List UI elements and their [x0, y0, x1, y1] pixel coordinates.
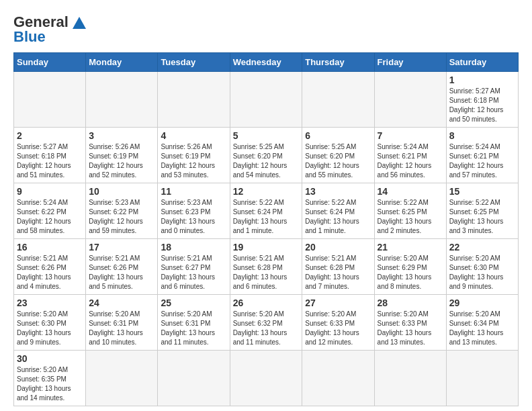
day-info: Sunrise: 5:23 AM Sunset: 6:23 PM Dayligh… — [161, 198, 226, 236]
day-number: 8 — [449, 130, 515, 141]
calendar-cell: 20Sunrise: 5:21 AM Sunset: 6:28 PM Dayli… — [302, 239, 374, 295]
calendar-cell — [86, 351, 158, 406]
header: General Blue — [13, 13, 519, 46]
day-number: 4 — [161, 130, 226, 141]
day-info: Sunrise: 5:20 AM Sunset: 6:32 PM Dayligh… — [233, 310, 300, 347]
calendar-cell: 30Sunrise: 5:20 AM Sunset: 6:35 PM Dayli… — [14, 351, 86, 406]
day-number: 26 — [233, 298, 300, 308]
day-number: 19 — [233, 242, 300, 253]
weekday-header-row: SundayMondayTuesdayWednesdayThursdayFrid… — [14, 53, 519, 72]
calendar-cell — [230, 72, 302, 128]
calendar-cell: 17Sunrise: 5:21 AM Sunset: 6:26 PM Dayli… — [86, 239, 158, 295]
day-number: 18 — [161, 242, 226, 253]
day-number: 17 — [89, 242, 154, 253]
day-info: Sunrise: 5:21 AM Sunset: 6:28 PM Dayligh… — [233, 254, 300, 291]
week-row-3: 9Sunrise: 5:24 AM Sunset: 6:22 PM Daylig… — [14, 183, 519, 239]
calendar-cell: 21Sunrise: 5:20 AM Sunset: 6:29 PM Dayli… — [374, 239, 446, 295]
day-number: 22 — [449, 242, 515, 253]
day-info: Sunrise: 5:21 AM Sunset: 6:27 PM Dayligh… — [161, 254, 226, 291]
calendar-cell: 24Sunrise: 5:20 AM Sunset: 6:31 PM Dayli… — [86, 295, 158, 351]
calendar-cell — [158, 351, 230, 406]
calendar-cell: 12Sunrise: 5:22 AM Sunset: 6:24 PM Dayli… — [230, 183, 302, 239]
calendar-cell — [446, 351, 518, 406]
calendar-cell: 6Sunrise: 5:25 AM Sunset: 6:20 PM Daylig… — [302, 128, 374, 183]
day-number: 11 — [161, 186, 226, 197]
day-number: 7 — [378, 130, 443, 141]
weekday-header-friday: Friday — [374, 53, 446, 72]
day-number: 28 — [378, 298, 443, 308]
weekday-header-monday: Monday — [86, 53, 158, 72]
day-number: 16 — [17, 242, 83, 253]
day-number: 30 — [17, 353, 83, 364]
day-info: Sunrise: 5:22 AM Sunset: 6:25 PM Dayligh… — [378, 198, 443, 236]
calendar-cell — [302, 72, 374, 128]
day-info: Sunrise: 5:24 AM Sunset: 6:21 PM Dayligh… — [449, 142, 515, 180]
day-info: Sunrise: 5:26 AM Sunset: 6:19 PM Dayligh… — [89, 142, 154, 180]
day-number: 14 — [378, 186, 443, 197]
calendar-cell: 16Sunrise: 5:21 AM Sunset: 6:26 PM Dayli… — [14, 239, 86, 295]
calendar-cell: 29Sunrise: 5:20 AM Sunset: 6:34 PM Dayli… — [446, 295, 518, 351]
calendar-cell: 10Sunrise: 5:23 AM Sunset: 6:22 PM Dayli… — [86, 183, 158, 239]
day-number: 10 — [89, 186, 154, 197]
day-info: Sunrise: 5:20 AM Sunset: 6:33 PM Dayligh… — [378, 310, 443, 347]
calendar-cell: 19Sunrise: 5:21 AM Sunset: 6:28 PM Dayli… — [230, 239, 302, 295]
logo-blue: Blue — [13, 28, 46, 46]
day-info: Sunrise: 5:20 AM Sunset: 6:31 PM Dayligh… — [161, 310, 226, 347]
day-info: Sunrise: 5:20 AM Sunset: 6:30 PM Dayligh… — [17, 310, 83, 347]
logo-triangle-icon — [71, 13, 88, 31]
day-number: 27 — [305, 298, 371, 308]
calendar-cell — [302, 351, 374, 406]
calendar-cell — [374, 351, 446, 406]
day-number: 2 — [17, 130, 83, 141]
calendar-cell: 18Sunrise: 5:21 AM Sunset: 6:27 PM Dayli… — [158, 239, 230, 295]
day-info: Sunrise: 5:27 AM Sunset: 6:18 PM Dayligh… — [449, 87, 515, 124]
day-number: 1 — [449, 75, 515, 85]
calendar-cell: 23Sunrise: 5:20 AM Sunset: 6:30 PM Dayli… — [14, 295, 86, 351]
calendar-cell: 3Sunrise: 5:26 AM Sunset: 6:19 PM Daylig… — [86, 128, 158, 183]
week-row-1: 1Sunrise: 5:27 AM Sunset: 6:18 PM Daylig… — [14, 72, 519, 128]
calendar-cell — [374, 72, 446, 128]
weekday-header-sunday: Sunday — [14, 53, 86, 72]
day-info: Sunrise: 5:23 AM Sunset: 6:22 PM Dayligh… — [89, 198, 154, 236]
day-info: Sunrise: 5:22 AM Sunset: 6:24 PM Dayligh… — [305, 198, 371, 236]
calendar-cell: 2Sunrise: 5:27 AM Sunset: 6:18 PM Daylig… — [14, 128, 86, 183]
weekday-header-saturday: Saturday — [446, 53, 518, 72]
calendar-cell: 8Sunrise: 5:24 AM Sunset: 6:21 PM Daylig… — [446, 128, 518, 183]
day-info: Sunrise: 5:25 AM Sunset: 6:20 PM Dayligh… — [233, 142, 300, 180]
weekday-header-thursday: Thursday — [302, 53, 374, 72]
day-number: 6 — [305, 130, 371, 141]
day-number: 20 — [305, 242, 371, 253]
day-info: Sunrise: 5:24 AM Sunset: 6:21 PM Dayligh… — [378, 142, 443, 180]
day-info: Sunrise: 5:22 AM Sunset: 6:25 PM Dayligh… — [449, 198, 515, 236]
day-info: Sunrise: 5:20 AM Sunset: 6:31 PM Dayligh… — [89, 310, 154, 347]
week-row-2: 2Sunrise: 5:27 AM Sunset: 6:18 PM Daylig… — [14, 128, 519, 183]
calendar-cell: 22Sunrise: 5:20 AM Sunset: 6:30 PM Dayli… — [446, 239, 518, 295]
week-row-4: 16Sunrise: 5:21 AM Sunset: 6:26 PM Dayli… — [14, 239, 519, 295]
weekday-header-tuesday: Tuesday — [158, 53, 230, 72]
calendar-cell: 4Sunrise: 5:26 AM Sunset: 6:19 PM Daylig… — [158, 128, 230, 183]
weekday-header-wednesday: Wednesday — [230, 53, 302, 72]
calendar-cell: 14Sunrise: 5:22 AM Sunset: 6:25 PM Dayli… — [374, 183, 446, 239]
day-info: Sunrise: 5:20 AM Sunset: 6:30 PM Dayligh… — [449, 254, 515, 291]
day-info: Sunrise: 5:22 AM Sunset: 6:24 PM Dayligh… — [233, 198, 300, 236]
calendar-cell — [230, 351, 302, 406]
day-info: Sunrise: 5:27 AM Sunset: 6:18 PM Dayligh… — [17, 142, 83, 180]
day-number: 15 — [449, 186, 515, 197]
calendar-cell — [86, 72, 158, 128]
calendar-cell: 26Sunrise: 5:20 AM Sunset: 6:32 PM Dayli… — [230, 295, 302, 351]
day-number: 12 — [233, 186, 300, 197]
day-info: Sunrise: 5:20 AM Sunset: 6:29 PM Dayligh… — [378, 254, 443, 291]
day-info: Sunrise: 5:25 AM Sunset: 6:20 PM Dayligh… — [305, 142, 371, 180]
day-number: 25 — [161, 298, 226, 308]
calendar-cell: 5Sunrise: 5:25 AM Sunset: 6:20 PM Daylig… — [230, 128, 302, 183]
day-info: Sunrise: 5:20 AM Sunset: 6:34 PM Dayligh… — [449, 310, 515, 347]
calendar-cell: 11Sunrise: 5:23 AM Sunset: 6:23 PM Dayli… — [158, 183, 230, 239]
week-row-6: 30Sunrise: 5:20 AM Sunset: 6:35 PM Dayli… — [14, 351, 519, 406]
calendar-cell: 13Sunrise: 5:22 AM Sunset: 6:24 PM Dayli… — [302, 183, 374, 239]
day-info: Sunrise: 5:20 AM Sunset: 6:35 PM Dayligh… — [17, 365, 83, 403]
day-info: Sunrise: 5:26 AM Sunset: 6:19 PM Dayligh… — [161, 142, 226, 180]
day-info: Sunrise: 5:21 AM Sunset: 6:28 PM Dayligh… — [305, 254, 371, 291]
day-number: 29 — [449, 298, 515, 308]
calendar-cell: 25Sunrise: 5:20 AM Sunset: 6:31 PM Dayli… — [158, 295, 230, 351]
day-number: 13 — [305, 186, 371, 197]
